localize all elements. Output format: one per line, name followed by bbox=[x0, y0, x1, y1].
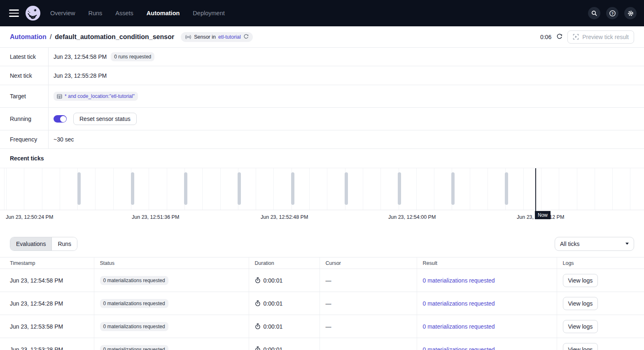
nav-actions: ? bbox=[588, 7, 637, 19]
breadcrumb-automation-link[interactable]: Automation bbox=[10, 33, 47, 41]
tick-timeline bbox=[0, 168, 644, 210]
timeline-axis-label: Jun 23, 12:50:24 PM bbox=[6, 213, 54, 221]
tick-bar[interactable] bbox=[77, 172, 81, 205]
view-logs-button[interactable]: View logs bbox=[563, 320, 598, 333]
preview-icon bbox=[573, 34, 579, 40]
cell-timestamp: Jun 23, 12:54:58 PM bbox=[0, 269, 94, 292]
search-icon[interactable] bbox=[588, 7, 600, 19]
next-tick-label: Next tick bbox=[0, 66, 49, 85]
tab-runs[interactable]: Runs bbox=[52, 237, 77, 250]
nav-item-runs[interactable]: Runs bbox=[88, 10, 102, 16]
sensor-icon bbox=[185, 34, 191, 40]
nav-item-overview[interactable]: Overview bbox=[50, 10, 75, 16]
latest-tick-value: Jun 23, 12:54:58 PM bbox=[54, 53, 107, 60]
cell-result: 0 materializations requested bbox=[417, 315, 557, 338]
nav-links: Overview Runs Assets Automation Deployme… bbox=[50, 10, 225, 16]
timeline-axis-label: Jun 23, 12:54:00 PM bbox=[388, 213, 437, 221]
cell-timestamp: Jun 23, 12:53:58 PM bbox=[0, 315, 94, 338]
recent-ticks-title: Recent ticks bbox=[0, 149, 644, 168]
view-logs-button[interactable]: View logs bbox=[563, 297, 598, 310]
recent-ticks-timeline-wrap: Now Jun 23, 12:50:24 PM Jun 23, 12:51:36… bbox=[0, 168, 644, 230]
target-selection-link[interactable]: * and code_location:"etl-tutorial" bbox=[65, 93, 135, 99]
cell-logs: View logs bbox=[557, 292, 644, 315]
runs-requested-badge: 0 runs requested bbox=[111, 52, 154, 61]
latest-tick-row: Latest tick Jun 23, 12:54:58 PM 0 runs r… bbox=[0, 48, 644, 66]
timeline-axis-label: Jun 23, 12:52:48 PM bbox=[261, 213, 309, 221]
nav-item-automation[interactable]: Automation bbox=[147, 10, 180, 16]
cell-cursor: — bbox=[320, 292, 417, 315]
cell-result: 0 materializations requested bbox=[417, 292, 557, 315]
cell-duration: 0:00:01 bbox=[249, 315, 320, 338]
status-badge: 0 materializations requested bbox=[100, 299, 168, 308]
refresh-icon[interactable] bbox=[556, 34, 562, 40]
frequency-label: Frequency bbox=[0, 130, 49, 148]
view-logs-button[interactable]: View logs bbox=[563, 343, 598, 350]
cell-timestamp: Jun 23, 12:53:28 PM bbox=[0, 338, 94, 350]
col-result: Result bbox=[417, 257, 557, 269]
result-link[interactable]: 0 materializations requested bbox=[423, 346, 495, 350]
breadcrumb-separator: / bbox=[50, 33, 51, 41]
running-toggle[interactable] bbox=[54, 115, 67, 123]
nav-item-assets[interactable]: Assets bbox=[115, 10, 133, 16]
cell-cursor: — bbox=[320, 315, 417, 338]
preview-button-label: Preview tick result bbox=[582, 34, 629, 40]
running-label: Running bbox=[0, 108, 49, 130]
col-timestamp: Timestamp bbox=[0, 257, 94, 269]
tick-bar[interactable] bbox=[184, 172, 187, 205]
svg-text:?: ? bbox=[611, 11, 614, 15]
result-link[interactable]: 0 materializations requested bbox=[423, 277, 495, 284]
menu-icon[interactable] bbox=[9, 9, 19, 17]
tick-bar[interactable] bbox=[345, 172, 348, 205]
status-badge: 0 materializations requested bbox=[100, 322, 168, 331]
col-duration: Duration bbox=[249, 257, 320, 269]
table-header-row: Timestamp Status Duration Cursor Result … bbox=[0, 257, 644, 269]
chevron-down-icon bbox=[625, 243, 629, 245]
table-row: Jun 23, 12:54:58 PM 0 materializations r… bbox=[0, 269, 644, 292]
target-label: Target bbox=[0, 85, 49, 107]
reload-location-icon[interactable] bbox=[243, 34, 249, 39]
cell-duration: 0:00:01 bbox=[249, 269, 320, 292]
help-icon[interactable]: ? bbox=[606, 7, 618, 19]
cell-timestamp: Jun 23, 12:54:28 PM bbox=[0, 292, 94, 315]
tick-bar[interactable] bbox=[291, 172, 294, 205]
header-actions: 0:06 Preview tick result bbox=[540, 30, 634, 44]
tick-bar[interactable] bbox=[398, 172, 401, 205]
reset-sensor-status-button[interactable]: Reset sensor status bbox=[73, 113, 137, 125]
asset-selection-icon bbox=[57, 94, 62, 99]
tick-bar[interactable] bbox=[238, 172, 241, 205]
tick-filter-value: All ticks bbox=[560, 241, 579, 247]
stopwatch-icon bbox=[255, 323, 261, 329]
target-selection-pill[interactable]: * and code_location:"etl-tutorial" bbox=[54, 92, 138, 101]
table-row: Jun 23, 12:53:58 PM 0 materializations r… bbox=[0, 315, 644, 338]
target-row: Target * and code_location:"etl-tutorial… bbox=[0, 85, 644, 108]
cell-status: 0 materializations requested bbox=[94, 338, 249, 350]
stopwatch-icon bbox=[255, 346, 261, 350]
sensor-details: Latest tick Jun 23, 12:54:58 PM 0 runs r… bbox=[0, 48, 644, 149]
refresh-countdown: 0:06 bbox=[540, 34, 551, 40]
cell-logs: View logs bbox=[557, 315, 644, 338]
next-tick-row: Next tick Jun 23, 12:55:28 PM bbox=[0, 66, 644, 85]
tick-bar[interactable] bbox=[131, 172, 134, 205]
tick-filter-select[interactable]: All ticks bbox=[555, 237, 634, 251]
settings-gear-icon[interactable] bbox=[624, 7, 637, 19]
preview-tick-result-button[interactable]: Preview tick result bbox=[567, 30, 634, 44]
result-link[interactable]: 0 materializations requested bbox=[423, 323, 495, 330]
code-location-link[interactable]: etl-tutorial bbox=[218, 34, 241, 40]
timeline-axis-label: Jun 23, 12:51:36 PM bbox=[132, 213, 180, 221]
tab-evaluations[interactable]: Evaluations bbox=[10, 237, 52, 250]
cell-result: 0 materializations requested bbox=[417, 338, 557, 350]
sensor-badge-prefix: Sensor in bbox=[194, 34, 216, 40]
result-link[interactable]: 0 materializations requested bbox=[423, 300, 495, 307]
tick-bar[interactable] bbox=[451, 172, 455, 205]
cell-duration: 0:00:01 bbox=[249, 338, 320, 350]
top-nav: Overview Runs Assets Automation Deployme… bbox=[0, 0, 644, 26]
page-header: Automation / default_automation_conditio… bbox=[0, 26, 644, 48]
page-title: default_automation_condition_sensor bbox=[55, 33, 174, 41]
view-logs-button[interactable]: View logs bbox=[563, 274, 598, 287]
tick-bar[interactable] bbox=[505, 172, 508, 205]
sensor-location-badge: Sensor in etl-tutorial bbox=[181, 32, 253, 42]
frequency-value: ~30 sec bbox=[54, 136, 74, 143]
nav-item-deployment[interactable]: Deployment bbox=[193, 10, 224, 16]
dagster-logo-icon[interactable] bbox=[26, 6, 40, 21]
col-status: Status bbox=[94, 257, 249, 269]
